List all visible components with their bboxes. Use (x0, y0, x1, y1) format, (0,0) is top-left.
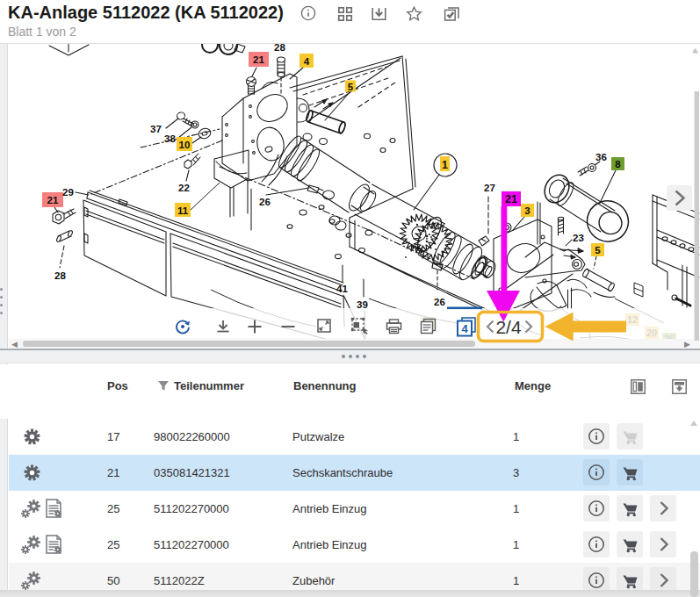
svg-text:21: 21 (505, 193, 517, 205)
